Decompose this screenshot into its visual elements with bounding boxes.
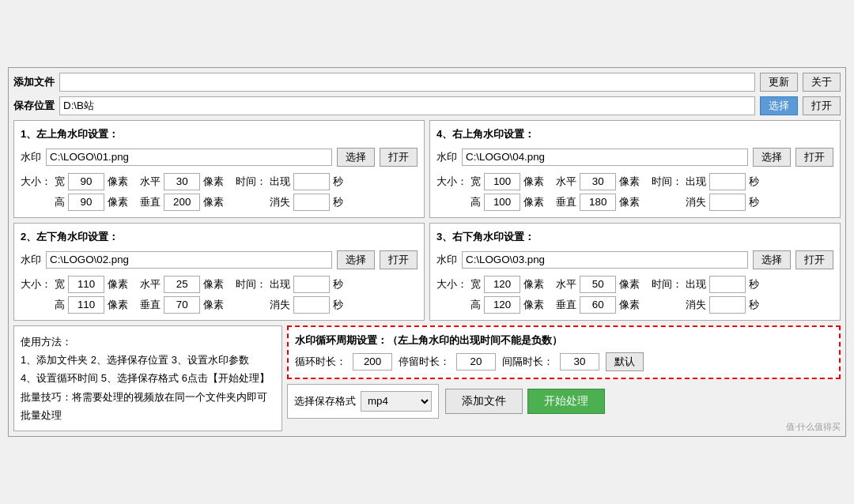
panel1-appear-label: 出现 bbox=[270, 175, 290, 189]
panel1-disappear-unit: 秒 bbox=[333, 195, 343, 209]
panel1-height-unit: 像素 bbox=[108, 195, 128, 209]
panel3-vpos-unit: 像素 bbox=[619, 195, 640, 209]
panel3-width-label: 宽 bbox=[470, 175, 481, 189]
panel4-select-button[interactable]: 选择 bbox=[753, 250, 791, 269]
panel4-height-label: 高 bbox=[470, 298, 481, 312]
save-open-button[interactable]: 打开 bbox=[803, 96, 841, 115]
panel3-width-unit: 像素 bbox=[523, 175, 544, 189]
panel1-hpos-unit: 像素 bbox=[203, 175, 224, 189]
panel2-appear-input[interactable] bbox=[293, 276, 330, 293]
panel1-width-input[interactable] bbox=[68, 173, 104, 190]
interval-input[interactable] bbox=[560, 353, 599, 370]
panel3-vpos-input[interactable] bbox=[580, 194, 616, 211]
panel3-hpos-input[interactable] bbox=[580, 173, 616, 190]
save-path-input[interactable] bbox=[59, 96, 755, 115]
right-bottom-section: 水印循环周期设置：（左上角水印的出现时间不能是负数） 循环时长： 停留时长： 间… bbox=[287, 325, 841, 432]
panel2-appear-label: 出现 bbox=[270, 277, 290, 291]
panel4-width-label: 宽 bbox=[470, 277, 481, 291]
panel2-watermark-label: 水印 bbox=[21, 253, 41, 267]
panel1-width-label: 宽 bbox=[55, 175, 65, 189]
panel3-time-label: 时间： bbox=[652, 175, 682, 189]
panel1-time-label: 时间： bbox=[236, 175, 266, 189]
panel4-height-unit: 像素 bbox=[523, 298, 544, 312]
panel4-vpos-label: 垂直 bbox=[556, 298, 576, 312]
save-select-button[interactable]: 选择 bbox=[760, 96, 798, 115]
panel2-hpos-input[interactable] bbox=[164, 276, 200, 293]
panel4-appear-unit: 秒 bbox=[749, 277, 759, 291]
panel4-disappear-input[interactable] bbox=[709, 296, 746, 314]
panel-top-left: 1、左上角水印设置： 水印 选择 打开 大小： 宽 像素 水平 像素 bbox=[13, 120, 425, 218]
help-line2: 4、设置循环时间 5、选择保存格式 6点击【开始处理】 bbox=[21, 369, 275, 387]
start-button[interactable]: 开始处理 bbox=[527, 389, 605, 414]
panel1-size-label: 大小： bbox=[21, 175, 51, 189]
panel3-watermark-input[interactable] bbox=[462, 149, 748, 166]
panel1-open-button[interactable]: 打开 bbox=[380, 148, 418, 167]
panel4-hpos-input[interactable] bbox=[580, 276, 616, 293]
panel1-watermark-label: 水印 bbox=[21, 150, 41, 164]
panel3-appear-input[interactable] bbox=[709, 173, 746, 190]
cycle-title: 水印循环周期设置：（左上角水印的出现时间不能是负数） bbox=[295, 333, 833, 348]
interval-label: 间隔时长： bbox=[502, 355, 554, 369]
panel3-disappear-unit: 秒 bbox=[749, 195, 759, 209]
panel3-open-button[interactable]: 打开 bbox=[795, 148, 833, 167]
panel4-appear-input[interactable] bbox=[709, 276, 746, 293]
panel2-appear-unit: 秒 bbox=[333, 277, 343, 291]
panel4-time-label: 时间： bbox=[652, 277, 682, 291]
panel2-disappear-input[interactable] bbox=[293, 296, 330, 314]
help-line1: 1、添加文件夹 2、选择保存位置 3、设置水印参数 bbox=[21, 351, 275, 369]
add-file-input[interactable] bbox=[59, 73, 755, 92]
panel1-appear-unit: 秒 bbox=[333, 175, 343, 189]
cycle-label: 循环时长： bbox=[295, 355, 346, 369]
panel4-watermark-input[interactable] bbox=[462, 251, 748, 269]
cycle-default-button[interactable]: 默认 bbox=[606, 352, 644, 371]
panel1-disappear-label: 消失 bbox=[270, 195, 290, 209]
add-file-button[interactable]: 添加文件 bbox=[445, 389, 523, 414]
panel2-open-button[interactable]: 打开 bbox=[380, 250, 418, 269]
panel1-appear-input[interactable] bbox=[293, 173, 330, 190]
panel2-watermark-input[interactable] bbox=[46, 251, 332, 269]
panel1-disappear-input[interactable] bbox=[293, 194, 330, 211]
format-select[interactable]: mp4 avi mkv mov bbox=[361, 391, 432, 412]
panel2-height-input[interactable] bbox=[68, 296, 104, 314]
pause-label: 停留时长： bbox=[399, 355, 450, 369]
panel2-select-button[interactable]: 选择 bbox=[337, 250, 375, 269]
panel1-title: 1、左上角水印设置： bbox=[21, 127, 418, 141]
watermark-logo: 值·什么值得买 bbox=[786, 421, 841, 433]
panel2-width-input[interactable] bbox=[68, 276, 104, 293]
pause-input[interactable] bbox=[456, 353, 496, 370]
panel1-watermark-input[interactable] bbox=[46, 149, 332, 166]
panel2-time-label: 时间： bbox=[236, 277, 266, 291]
panel3-select-button[interactable]: 选择 bbox=[753, 148, 791, 167]
panel4-height-input[interactable] bbox=[484, 296, 520, 314]
cycle-input[interactable] bbox=[353, 353, 392, 370]
panel3-height-unit: 像素 bbox=[523, 195, 544, 209]
panel3-disappear-input[interactable] bbox=[709, 194, 746, 211]
panel3-width-input[interactable] bbox=[484, 173, 520, 190]
panel1-vpos-label: 垂直 bbox=[140, 195, 161, 209]
panel1-hpos-input[interactable] bbox=[164, 173, 200, 190]
update-button[interactable]: 更新 bbox=[760, 73, 798, 92]
about-button[interactable]: 关于 bbox=[803, 73, 841, 92]
panel2-width-label: 宽 bbox=[55, 277, 65, 291]
panel2-vpos-input[interactable] bbox=[164, 296, 200, 314]
panel2-size-label: 大小： bbox=[21, 277, 51, 291]
panel1-vpos-input[interactable] bbox=[164, 194, 200, 211]
panel3-disappear-label: 消失 bbox=[686, 195, 706, 209]
panel1-select-button[interactable]: 选择 bbox=[337, 148, 375, 167]
panel-top-right: 4、右上角水印设置： 水印 选择 打开 大小： 宽 像素 水平 像素 bbox=[429, 120, 841, 218]
panel4-width-input[interactable] bbox=[484, 276, 520, 293]
format-panel: 选择保存格式 mp4 avi mkv mov bbox=[287, 384, 439, 419]
panel3-hpos-label: 水平 bbox=[556, 175, 576, 189]
panel-bottom-right: 3、右下角水印设置： 水印 选择 打开 大小： 宽 像素 水平 像素 bbox=[429, 223, 841, 321]
panel3-height-label: 高 bbox=[470, 195, 481, 209]
panel4-vpos-input[interactable] bbox=[580, 296, 616, 314]
panel4-open-button[interactable]: 打开 bbox=[795, 250, 833, 269]
panel2-height-unit: 像素 bbox=[108, 298, 128, 312]
panel1-height-label: 高 bbox=[55, 195, 65, 209]
panel4-watermark-label: 水印 bbox=[436, 253, 457, 267]
panel2-width-unit: 像素 bbox=[108, 277, 128, 291]
panel3-height-input[interactable] bbox=[484, 194, 520, 211]
panel1-width-unit: 像素 bbox=[108, 175, 128, 189]
panel3-hpos-unit: 像素 bbox=[619, 175, 640, 189]
panel1-height-input[interactable] bbox=[68, 194, 104, 211]
